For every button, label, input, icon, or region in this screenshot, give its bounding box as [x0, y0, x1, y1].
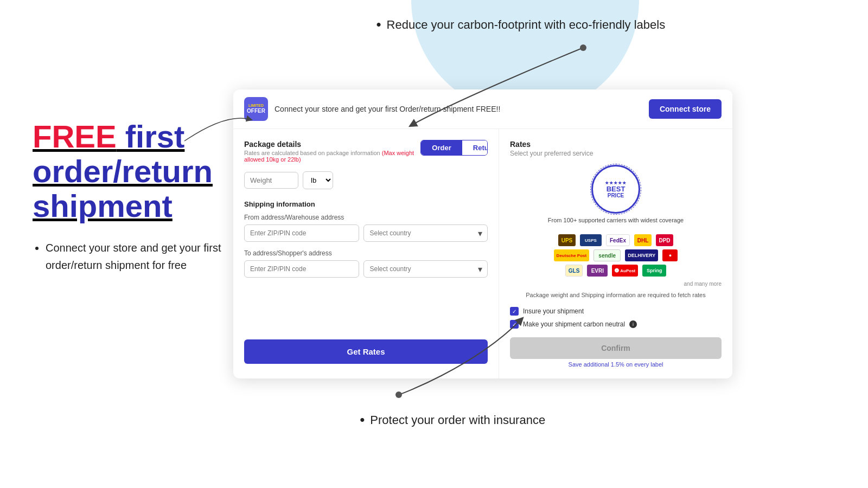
- confirm-button[interactable]: Confirm: [510, 337, 722, 359]
- to-country-wrapper: Select country United States United King…: [363, 260, 488, 278]
- auspost-logo: 🅐 AuPost: [612, 265, 638, 277]
- weight-row: lb kg: [244, 171, 488, 189]
- sendle-logo: sendle: [593, 249, 621, 261]
- delhivery-logo: DELHIVERY: [625, 249, 658, 261]
- main-card: LIMITED OFFER Connect your store and get…: [233, 89, 732, 378]
- package-details-title: Package details: [244, 140, 420, 149]
- insure-label: Insure your shipment: [523, 307, 584, 315]
- unit-select[interactable]: lb kg: [303, 171, 333, 189]
- rates-subtitle: Select your preferred service: [510, 150, 722, 157]
- and-many-more: and many more: [510, 281, 722, 287]
- hero-bullet-item: Connect your store and get your first or…: [46, 239, 239, 274]
- deutsche-post-logo: Deutsche Post: [554, 249, 590, 261]
- usps-logo: USPS: [580, 234, 602, 246]
- top-bullet-point: Reduce your carbon-footprint with eco-fr…: [376, 16, 665, 33]
- from-zip-input[interactable]: [244, 224, 359, 242]
- best-price-badge: ★★★★★ BEST PRICE: [591, 165, 640, 214]
- tab-return-button[interactable]: Return: [462, 140, 488, 155]
- to-address-label: To address/Shopper's address: [244, 249, 488, 257]
- carrier-row-1: UPS USPS FedEx DHL DPD: [558, 234, 673, 246]
- top-bullet-text: Reduce your carbon-footprint with eco-fr…: [387, 18, 666, 32]
- card-header-left: LIMITED OFFER Connect your store and get…: [244, 97, 500, 121]
- insure-checkbox-row: ✓ Insure your shipment: [510, 307, 722, 316]
- carbon-label: Make your shipment carbon neutral: [523, 320, 625, 328]
- badge-stars: ★★★★★: [605, 181, 627, 185]
- bottom-bullet-point: Protect your order with insurance: [360, 412, 545, 428]
- hero-bullets: Connect your store and get your first or…: [33, 239, 239, 274]
- to-zip-input[interactable]: [244, 260, 359, 278]
- tab-order-button[interactable]: Order: [421, 140, 462, 155]
- carrier-row-3: GLS EVRI 🅐 AuPost Spring: [565, 265, 667, 277]
- insure-checkbox[interactable]: ✓: [510, 307, 519, 316]
- extra-logo: ●: [662, 249, 678, 261]
- save-text: Save additional 1.5% on every label: [510, 361, 722, 368]
- dhl-logo: DHL: [634, 234, 652, 246]
- offer-badge-top: LIMITED: [248, 104, 264, 108]
- svg-point-1: [395, 391, 402, 398]
- from-address-row: Select country United States United King…: [244, 224, 488, 242]
- right-panel: Rates Select your preferred service ★★★★…: [499, 129, 732, 378]
- card-body: Package details Rates are calculated bas…: [233, 129, 732, 378]
- connect-store-button[interactable]: Connect store: [649, 99, 722, 119]
- order-return-tabs: Order Return: [420, 140, 488, 156]
- badge-sublabel: PRICE: [608, 192, 624, 198]
- badge-label: BEST: [607, 185, 626, 192]
- carrier-logos: UPS USPS FedEx DHL DPD Deutsche Post sen…: [510, 234, 722, 287]
- from-country-wrapper: Select country United States United King…: [363, 224, 488, 242]
- from-country-select[interactable]: Select country United States United King…: [363, 224, 488, 242]
- weight-input[interactable]: [244, 172, 298, 189]
- to-country-select[interactable]: Select country United States United King…: [363, 260, 488, 278]
- carbon-info-icon[interactable]: i: [629, 320, 637, 328]
- offer-badge: LIMITED OFFER: [244, 97, 268, 121]
- ups-logo: UPS: [558, 234, 576, 246]
- spring-logo: Spring: [642, 265, 666, 277]
- shipping-info-title: Shipping information: [244, 200, 488, 208]
- left-panel: Package details Rates are calculated bas…: [233, 129, 499, 378]
- card-header: LIMITED OFFER Connect your store and get…: [233, 89, 732, 129]
- hero-free: FREE: [33, 119, 117, 154]
- hero-title: FREE firstorder/returnshipment: [33, 119, 239, 223]
- header-promo-text: Connect your store and get your first Or…: [275, 105, 500, 113]
- get-rates-button[interactable]: Get Rates: [244, 339, 488, 364]
- hero-section: FREE firstorder/returnshipment Connect y…: [33, 119, 239, 274]
- from-address-label: From address/Warehouse address: [244, 214, 488, 221]
- bottom-bullet-text: Protect your order with insurance: [370, 413, 545, 427]
- rates-title: Rates: [510, 140, 722, 149]
- carbon-checkbox-row: ✓ Make your shipment carbon neutral i: [510, 320, 722, 329]
- rates-info-text: Package weight and Shipping information …: [510, 291, 722, 299]
- to-address-row: Select country United States United King…: [244, 260, 488, 278]
- dpd-logo: DPD: [656, 234, 673, 246]
- carbon-checkbox[interactable]: ✓: [510, 320, 519, 329]
- carrier-row-2: Deutsche Post sendle DELHIVERY ●: [554, 249, 678, 261]
- package-details-subtitle: Rates are calculated based on package in…: [244, 150, 420, 163]
- offer-badge-main: OFFER: [247, 108, 265, 114]
- evri-logo: EVRI: [587, 265, 608, 277]
- carriers-text: From 100+ supported carriers with widest…: [548, 217, 684, 223]
- gls-logo: GLS: [565, 265, 583, 277]
- best-price-container: ★★★★★ BEST PRICE From 100+ supported car…: [510, 165, 722, 229]
- fedex-logo: FedEx: [606, 234, 630, 246]
